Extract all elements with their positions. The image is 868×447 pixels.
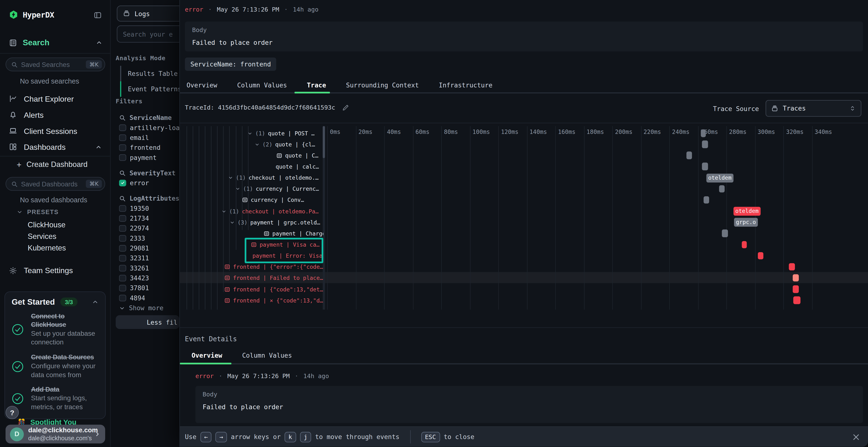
trace-tree-row[interactable]: frontend | {"code":13,"det… <box>180 284 323 295</box>
get-started-item[interactable]: Add Data Start sending logs, metrics, or… <box>11 386 98 412</box>
checkbox[interactable] <box>119 265 126 272</box>
trace-tree-row[interactable]: (1)checkout | oteldemo.… <box>180 172 323 183</box>
trace-tree-row[interactable]: quote | C… <box>180 150 323 161</box>
filter-group-header[interactable]: ServiceName <box>119 113 179 123</box>
sidebar-preset-services[interactable]: Services <box>0 231 110 242</box>
checkbox[interactable] <box>119 245 126 252</box>
span-bar-labeled[interactable]: oteldem <box>706 173 733 182</box>
analysis-mode-results-table[interactable]: Results Table <box>120 66 179 81</box>
span-bar-labeled[interactable]: grpc.o <box>734 218 758 227</box>
checkbox[interactable] <box>119 235 126 242</box>
filter-value-payment[interactable]: payment <box>119 153 179 163</box>
close-icon[interactable] <box>852 433 860 441</box>
span-bar[interactable] <box>719 185 725 193</box>
trace-tree-row[interactable]: frontend | {"error":{"code… <box>180 262 323 273</box>
span-bar[interactable] <box>704 196 709 204</box>
checkbox[interactable] <box>119 134 126 141</box>
user-menu[interactable]: D dale@clickhouse.com dale@clickhouse.co… <box>5 424 105 443</box>
tab-trace[interactable]: Trace <box>307 81 326 89</box>
checkbox[interactable] <box>119 255 126 262</box>
checkbox[interactable] <box>119 285 126 291</box>
service-name-tag[interactable]: ServiceName: frontend <box>185 58 277 71</box>
help-button[interactable]: ? <box>5 406 19 419</box>
saved-searches-input[interactable]: Saved Searches ⌘K <box>5 58 105 71</box>
filter-value-frontend[interactable]: frontend <box>119 143 179 152</box>
sidebar-item-dashboards[interactable]: Dashboards <box>0 139 110 155</box>
filter-value-29081[interactable]: 29081 <box>119 243 179 253</box>
sidebar-item-alerts[interactable]: Alerts <box>0 107 110 123</box>
tab-column-values[interactable]: Column Values <box>237 81 287 89</box>
trace-tree-row[interactable]: currency | Conv… <box>180 195 323 206</box>
tab-infrastructure[interactable]: Infrastructure <box>439 81 493 89</box>
checkbox[interactable] <box>119 124 126 131</box>
tab-overview[interactable]: Overview <box>187 81 217 89</box>
event-details-tab-overview[interactable]: Overview <box>191 352 222 359</box>
filter-value-4894[interactable]: 4894 <box>119 293 179 303</box>
sidebar-item-chart-explorer[interactable]: Chart Explorer <box>0 91 110 107</box>
filter-value-artillery-loa[interactable]: artillery-loa <box>119 123 179 133</box>
checkbox[interactable] <box>119 275 126 281</box>
trace-tree-row[interactable]: frontend | Failed to place… <box>180 273 323 284</box>
saved-dashboards-input[interactable]: Saved Dashboards ⌘K <box>5 177 105 191</box>
analysis-mode-event-patterns[interactable]: Event Patterns <box>120 81 179 97</box>
span-bar[interactable] <box>793 274 799 282</box>
span-bar[interactable] <box>686 152 692 159</box>
span-bar[interactable] <box>757 252 763 260</box>
checkbox[interactable] <box>119 225 126 232</box>
trace-tree-row[interactable]: quote | calc… <box>180 161 323 172</box>
checkbox[interactable] <box>119 144 126 151</box>
get-started-item[interactable]: Connect to ClickHouse Set up your databa… <box>11 312 98 347</box>
filter-group-header[interactable]: LogAttributes <box>119 194 179 204</box>
checkbox[interactable] <box>119 205 126 212</box>
filter-value-22974[interactable]: 22974 <box>119 224 179 233</box>
span-bar[interactable] <box>793 285 799 293</box>
filter-value-34423[interactable]: 34423 <box>119 273 179 283</box>
sidebar-collapse-icon[interactable] <box>94 11 102 19</box>
checkbox[interactable] <box>119 295 126 302</box>
brand[interactable]: HyperDX <box>9 10 54 19</box>
sidebar-item-search[interactable]: Search <box>9 38 102 47</box>
checkbox-checked[interactable] <box>119 180 126 187</box>
filter-value-37801[interactable]: 37801 <box>119 283 179 293</box>
search-input[interactable]: Search your e <box>117 26 179 43</box>
filter-value-19350[interactable]: 19350 <box>119 204 179 213</box>
sidebar-preset-clickhouse[interactable]: ClickHouse <box>0 219 110 231</box>
span-bar[interactable] <box>702 163 708 170</box>
span-bar[interactable] <box>793 297 801 304</box>
create-dashboard-button[interactable]: + Create Dashboard <box>17 160 88 169</box>
span-bar[interactable] <box>742 241 747 248</box>
get-started-item[interactable]: Create Data Sources Configure where your… <box>11 353 98 380</box>
checkbox[interactable] <box>119 215 126 222</box>
span-bar[interactable] <box>789 263 795 271</box>
trace-source-select[interactable]: Traces <box>766 100 861 117</box>
trace-tree-row[interactable]: payment | Charge … <box>180 228 323 239</box>
pencil-icon[interactable] <box>342 104 349 111</box>
filter-value-32311[interactable]: 32311 <box>119 253 179 263</box>
sidebar-item-client-sessions[interactable]: Client Sessions <box>0 123 110 139</box>
presets-toggle[interactable]: PRESETS <box>17 209 59 215</box>
filter-value-error[interactable]: error <box>119 178 179 188</box>
sidebar-preset-kubernetes[interactable]: Kubernetes <box>0 242 110 254</box>
filter-value-2333[interactable]: 2333 <box>119 233 179 243</box>
filter-value-email[interactable]: email <box>119 133 179 143</box>
checkbox[interactable] <box>119 154 126 161</box>
trace-tree-row[interactable]: (3)payment | grpc.oteld… <box>180 217 323 228</box>
trace-tree-row[interactable]: (1)currency | Currenc… <box>180 183 323 195</box>
span-bar[interactable] <box>701 129 706 137</box>
sidebar-item-team-settings[interactable]: Team Settings <box>9 266 73 275</box>
event-details-tab-column-values[interactable]: Column Values <box>242 352 292 359</box>
span-bar-labeled[interactable]: oteldem <box>734 207 761 216</box>
tab-surrounding-context[interactable]: Surrounding Context <box>346 81 419 89</box>
trace-tree-row[interactable]: (1)checkout | oteldemo.Pa… <box>180 206 323 217</box>
trace-tree-row[interactable]: frontend | × {"code":13,"d… <box>180 295 323 306</box>
trace-tree-row[interactable]: (1)quote | POST … <box>180 128 323 139</box>
filter-value-33261[interactable]: 33261 <box>119 263 179 273</box>
trace-tree-row[interactable]: (2)quote | {cl… <box>180 139 323 150</box>
chevron-up-icon[interactable] <box>92 299 99 305</box>
show-more-button[interactable]: Show more <box>119 303 179 313</box>
less-filters-button[interactable]: Less fil <box>116 315 179 329</box>
span-bar[interactable] <box>722 230 728 237</box>
filter-group-header[interactable]: SeverityText <box>119 168 179 178</box>
filter-value-21734[interactable]: 21734 <box>119 213 179 223</box>
source-select-button[interactable]: Logs <box>117 5 179 22</box>
